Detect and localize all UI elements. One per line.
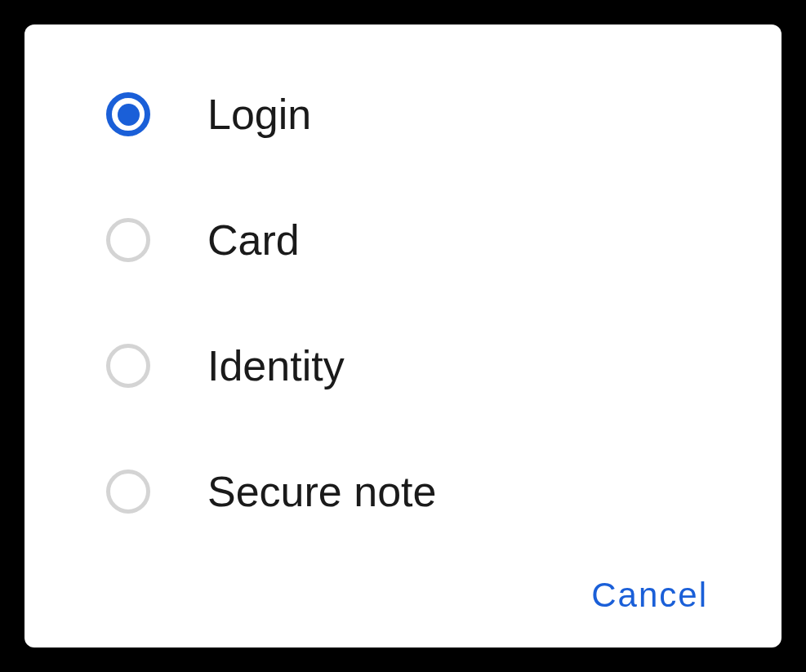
- option-card[interactable]: Card: [106, 216, 716, 265]
- radio-unselected-icon: [106, 470, 150, 514]
- cancel-button[interactable]: Cancel: [591, 576, 708, 615]
- radio-selected-icon: [106, 92, 150, 136]
- option-identity[interactable]: Identity: [106, 341, 716, 390]
- radio-unselected-icon: [106, 344, 150, 388]
- option-login[interactable]: Login: [106, 90, 716, 139]
- item-type-dialog: Login Card Identity Secure note Cancel: [24, 24, 782, 648]
- options-list: Login Card Identity Secure note: [106, 73, 716, 551]
- option-secure-note[interactable]: Secure note: [106, 467, 716, 516]
- radio-dot-icon: [118, 104, 140, 126]
- radio-unselected-icon: [106, 218, 150, 262]
- option-label: Identity: [207, 341, 345, 390]
- option-label: Card: [207, 216, 300, 265]
- option-label: Login: [207, 90, 311, 139]
- dialog-actions: Cancel: [106, 551, 716, 615]
- option-label: Secure note: [207, 467, 436, 516]
